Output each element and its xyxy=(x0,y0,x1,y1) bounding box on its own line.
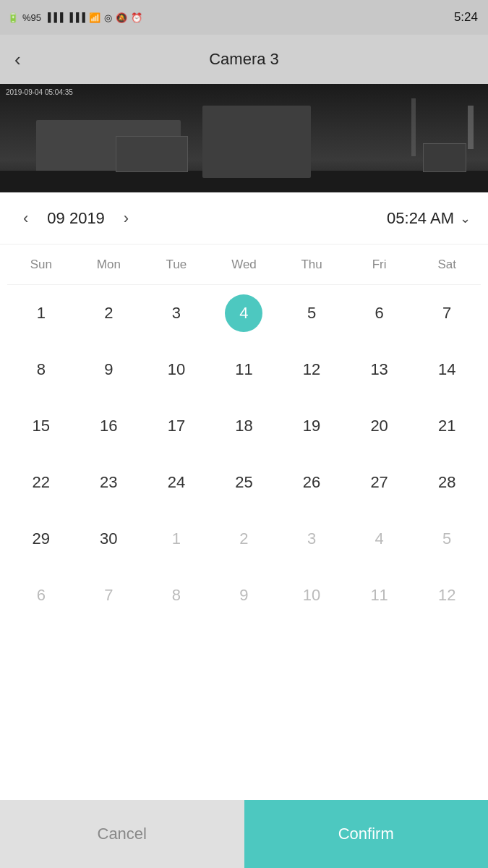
prev-month-button[interactable]: ‹ xyxy=(17,206,34,231)
calendar-day[interactable]: 21 xyxy=(413,398,481,454)
calendar-weekday-header: Sun Mon Tue Wed Thu Fri Sat xyxy=(7,244,481,285)
day-wed: Wed xyxy=(210,258,278,272)
calendar-day[interactable]: 28 xyxy=(413,454,481,511)
calendar-day[interactable]: 14 xyxy=(413,341,481,398)
picker-row: ‹ 09 2019 › 05:24 AM ⌄ xyxy=(0,192,488,244)
signal-icon2: ▐▐▐ xyxy=(67,12,86,22)
calendar-day[interactable]: 11 xyxy=(346,567,414,624)
calendar-day[interactable]: 25 xyxy=(210,454,278,511)
calendar-day[interactable]: 5 xyxy=(413,511,481,567)
calendar-day[interactable]: 23 xyxy=(75,454,143,511)
calendar-day[interactable]: 1 xyxy=(7,285,75,341)
alarm-icon: ⏰ xyxy=(131,12,142,23)
calendar-day[interactable]: 27 xyxy=(346,454,414,511)
time-display[interactable]: 05:24 AM ⌄ xyxy=(387,209,471,228)
calendar-grid: 1234567891011121314151617181920212223242… xyxy=(7,285,481,624)
calendar: Sun Mon Tue Wed Thu Fri Sat 123456789101… xyxy=(0,244,488,624)
calendar-day[interactable]: 7 xyxy=(413,285,481,341)
calendar-day[interactable]: 10 xyxy=(278,567,346,624)
calendar-day[interactable]: 15 xyxy=(7,398,75,454)
mute-icon: 🔕 xyxy=(116,12,127,23)
calendar-day[interactable]: 16 xyxy=(75,398,143,454)
calendar-day[interactable]: 2 xyxy=(210,511,278,567)
camera-scene xyxy=(0,84,488,192)
calendar-day[interactable]: 5 xyxy=(278,285,346,341)
calendar-day[interactable]: 3 xyxy=(142,285,210,341)
calendar-day[interactable]: 19 xyxy=(278,398,346,454)
time-text: 05:24 AM xyxy=(387,209,454,228)
status-left: 🔋 %95 ▐▐▐ ▐▐▐ 📶 ◎ 🔕 ⏰ xyxy=(7,12,142,23)
back-button[interactable]: ‹ xyxy=(14,48,21,71)
camera-feed: 2019-09-04 05:04:35 xyxy=(0,84,488,192)
calendar-day[interactable]: 1 xyxy=(142,511,210,567)
header: ‹ Camera 3 xyxy=(0,35,488,84)
wifi-icon: 📶 xyxy=(89,12,100,23)
day-tue: Tue xyxy=(142,258,210,272)
status-bar: 🔋 %95 ▐▐▐ ▐▐▐ 📶 ◎ 🔕 ⏰ 5:24 xyxy=(0,0,488,35)
calendar-day[interactable]: 20 xyxy=(346,398,414,454)
battery-percent: %95 xyxy=(22,12,41,23)
signal-icon1: ▐▐▐ xyxy=(45,12,64,22)
calendar-day[interactable]: 26 xyxy=(278,454,346,511)
calendar-day[interactable]: 11 xyxy=(210,341,278,398)
month-year-label: 09 2019 xyxy=(47,209,105,228)
calendar-day[interactable]: 12 xyxy=(278,341,346,398)
battery-icon: 🔋 xyxy=(7,12,19,23)
footer: Cancel Confirm xyxy=(0,800,488,868)
day-sun: Sun xyxy=(7,258,75,272)
calendar-day[interactable]: 12 xyxy=(413,567,481,624)
calendar-day[interactable]: 6 xyxy=(346,285,414,341)
day-sat: Sat xyxy=(413,258,481,272)
calendar-day[interactable]: 3 xyxy=(278,511,346,567)
page-title: Camera 3 xyxy=(209,50,279,69)
month-nav: ‹ 09 2019 › xyxy=(17,206,134,231)
calendar-day[interactable]: 7 xyxy=(75,567,143,624)
calendar-day[interactable]: 17 xyxy=(142,398,210,454)
cancel-button[interactable]: Cancel xyxy=(0,800,244,868)
location-icon: ◎ xyxy=(104,12,112,23)
calendar-day[interactable]: 29 xyxy=(7,511,75,567)
calendar-day[interactable]: 8 xyxy=(7,341,75,398)
calendar-day[interactable]: 4 xyxy=(346,511,414,567)
calendar-day[interactable]: 4 xyxy=(210,285,278,341)
camera-timestamp: 2019-09-04 05:04:35 xyxy=(6,88,73,96)
calendar-day[interactable]: 2 xyxy=(75,285,143,341)
calendar-day[interactable]: 18 xyxy=(210,398,278,454)
calendar-day[interactable]: 30 xyxy=(75,511,143,567)
calendar-day[interactable]: 9 xyxy=(75,341,143,398)
calendar-day[interactable]: 9 xyxy=(210,567,278,624)
confirm-button[interactable]: Confirm xyxy=(244,800,489,868)
calendar-day[interactable]: 13 xyxy=(346,341,414,398)
calendar-day[interactable]: 24 xyxy=(142,454,210,511)
status-time: 5:24 xyxy=(454,10,478,25)
calendar-day[interactable]: 6 xyxy=(7,567,75,624)
calendar-day[interactable]: 10 xyxy=(142,341,210,398)
next-month-button[interactable]: › xyxy=(118,206,134,231)
day-fri: Fri xyxy=(346,258,414,272)
calendar-day[interactable]: 22 xyxy=(7,454,75,511)
day-mon: Mon xyxy=(75,258,143,272)
calendar-day[interactable]: 8 xyxy=(142,567,210,624)
day-thu: Thu xyxy=(278,258,346,272)
chevron-down-icon: ⌄ xyxy=(460,210,471,226)
